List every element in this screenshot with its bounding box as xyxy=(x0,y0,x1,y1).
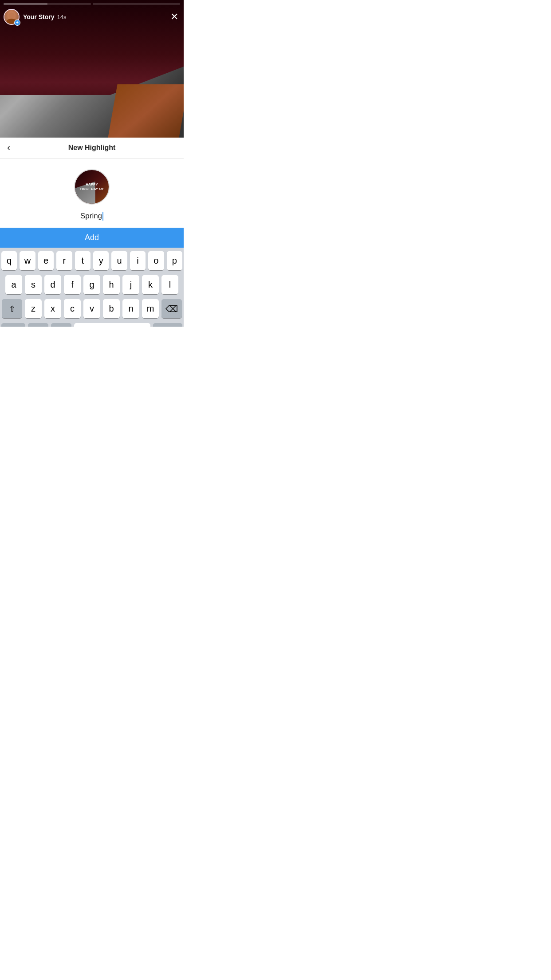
delete-key[interactable]: ⌫ xyxy=(161,299,182,318)
key-n[interactable]: n xyxy=(122,299,139,318)
shift-icon: ⇧ xyxy=(9,304,16,314)
key-z[interactable]: z xyxy=(25,299,42,318)
space-key[interactable]: space xyxy=(74,323,150,327)
story-info: Your Story 14s xyxy=(23,13,67,20)
key-a[interactable]: a xyxy=(5,275,22,294)
key-g[interactable]: g xyxy=(83,275,100,294)
highlight-content: HAPPY FIRST DAY OF Spring xyxy=(0,158,184,228)
keyboard-row-1: q w e r t y u i o p xyxy=(1,251,182,270)
highlight-name-field[interactable]: Spring xyxy=(47,212,136,221)
key-b[interactable]: b xyxy=(103,299,120,318)
close-story-button[interactable]: ✕ xyxy=(169,9,180,24)
key-e[interactable]: e xyxy=(38,251,54,270)
story-header: + Your Story 14s ✕ xyxy=(4,9,180,25)
key-h[interactable]: h xyxy=(103,275,120,294)
mic-key[interactable]: 🎤 xyxy=(51,323,71,327)
cover-line1: HAPPY xyxy=(80,182,104,187)
next-key[interactable]: Next xyxy=(153,323,182,327)
add-button-area: Add xyxy=(0,228,184,248)
key-l[interactable]: l xyxy=(161,275,178,294)
input-value: Spring xyxy=(80,212,102,221)
keyboard: q w e r t y u i o p a s d f g h j k l ⇧ … xyxy=(0,248,184,327)
globe-key[interactable]: 🌐 xyxy=(28,323,48,327)
add-button[interactable]: Add xyxy=(85,233,99,242)
progress-bar-2 xyxy=(93,4,180,4)
key-o[interactable]: o xyxy=(148,251,164,270)
key-q[interactable]: q xyxy=(1,251,17,270)
key-y[interactable]: y xyxy=(93,251,109,270)
text-cursor xyxy=(102,212,103,221)
progress-bar-1 xyxy=(4,4,91,4)
key-p[interactable]: p xyxy=(167,251,182,270)
highlight-cover-image[interactable]: HAPPY FIRST DAY OF xyxy=(74,169,110,205)
num-key[interactable]: 123 xyxy=(1,323,25,327)
key-w[interactable]: w xyxy=(20,251,35,270)
key-r[interactable]: r xyxy=(56,251,72,270)
avatar-container: + xyxy=(4,9,20,25)
highlight-header: ‹ New Highlight xyxy=(0,138,184,158)
key-d[interactable]: d xyxy=(44,275,61,294)
story-username: Your Story xyxy=(23,13,55,20)
key-f[interactable]: f xyxy=(64,275,81,294)
highlight-title: New Highlight xyxy=(68,144,116,152)
cover-text: HAPPY FIRST DAY OF xyxy=(80,182,104,191)
story-user: + Your Story 14s xyxy=(4,9,67,25)
story-duration: 14s xyxy=(57,14,67,20)
progress-bars xyxy=(4,4,180,4)
shift-key[interactable]: ⇧ xyxy=(2,299,22,318)
cover-line2: FIRST DAY OF xyxy=(80,187,104,191)
key-x[interactable]: x xyxy=(44,299,61,318)
highlight-section: ‹ New Highlight HAPPY FIRST DAY OF Sprin… xyxy=(0,138,184,228)
key-s[interactable]: s xyxy=(25,275,42,294)
book-image xyxy=(108,84,184,138)
story-preview: + Your Story 14s ✕ xyxy=(0,0,184,138)
keyboard-row-4: 123 🌐 🎤 space Next xyxy=(1,323,182,327)
progress-fill-1 xyxy=(4,4,47,4)
key-t[interactable]: t xyxy=(75,251,91,270)
key-k[interactable]: k xyxy=(142,275,159,294)
add-story-badge[interactable]: + xyxy=(14,20,20,26)
keyboard-row-2: a s d f g h j k l xyxy=(1,275,182,294)
key-v[interactable]: v xyxy=(83,299,100,318)
key-j[interactable]: j xyxy=(122,275,139,294)
key-u[interactable]: u xyxy=(111,251,127,270)
back-button[interactable]: ‹ xyxy=(7,142,10,154)
keyboard-row-3: ⇧ z x c v b n m ⌫ xyxy=(1,299,182,318)
key-i[interactable]: i xyxy=(130,251,146,270)
key-m[interactable]: m xyxy=(142,299,159,318)
key-c[interactable]: c xyxy=(64,299,81,318)
